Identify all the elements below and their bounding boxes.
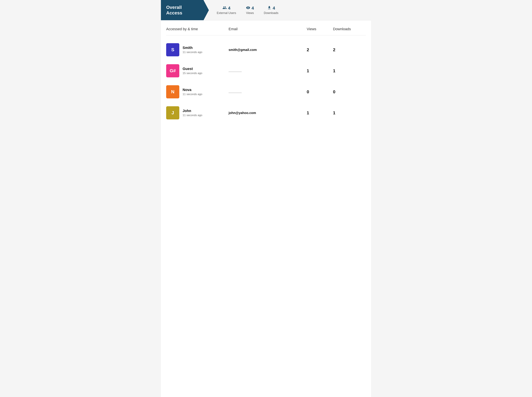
views-label: Views [246,11,254,15]
stat-downloads: 4 Downloads [264,6,278,15]
user-name-nova: Nova [183,88,202,92]
email-empty-guest [229,72,242,72]
table-section: Accessed by & time Email Views Downloads… [161,20,371,130]
stat-views: 4 Views [246,6,254,15]
user-info-guest: Guest 15 seconds ago [183,67,202,75]
download-icon [267,6,271,11]
table-divider [166,35,366,35]
header: Overall Access 4 External Users [161,0,371,20]
avatar-nova: N [166,85,179,98]
table-row: J John 11 seconds ago john@yahoo.com 1 1 [166,102,366,123]
user-time-nova: 11 seconds ago [183,93,202,96]
email-guest [229,69,307,73]
avatar-john: J [166,106,179,119]
downloads-smith: 2 [333,47,366,52]
downloads-count: 4 [273,6,275,11]
eye-icon [246,6,250,11]
user-name-smith: Smith [183,46,202,50]
user-cell-john: J John 11 seconds ago [166,106,229,119]
email-empty-nova [229,93,242,93]
user-time-smith: 11 seconds ago [183,51,202,54]
views-john: 1 [307,110,333,115]
user-name-guest: Guest [183,67,202,71]
table-row: S Smith 11 seconds ago smith@gmail.com 2… [166,39,366,60]
table-row: N Nova 11 seconds ago 0 0 [166,81,366,102]
col-header-views: Views [307,27,333,31]
downloads-guest: 1 [333,68,366,74]
avatar-smith: S [166,43,179,56]
title-text: Overall Access [166,5,182,16]
user-info-john: John 11 seconds ago [183,109,202,117]
col-header-email: Email [229,27,307,31]
user-info-smith: Smith 11 seconds ago [183,46,202,54]
table-header: Accessed by & time Email Views Downloads [166,27,366,34]
header-stats: 4 External Users 4 Views [204,0,371,20]
stat-external-users: 4 External Users [217,6,236,15]
views-nova: 0 [307,89,333,94]
user-info-nova: Nova 11 seconds ago [183,88,202,96]
views-count: 4 [251,6,254,11]
table-row: G# Guest 15 seconds ago 1 1 [166,60,366,81]
external-users-label: External Users [217,11,236,15]
downloads-john: 1 [333,110,366,115]
downloads-nova: 0 [333,89,366,94]
user-cell-guest: G# Guest 15 seconds ago [166,64,229,77]
user-time-john: 11 seconds ago [183,114,202,117]
page-container: Overall Access 4 External Users [161,0,371,397]
user-name-john: John [183,109,202,113]
overall-access-title: Overall Access [161,0,204,20]
downloads-label: Downloads [264,11,278,15]
user-cell-smith: S Smith 11 seconds ago [166,43,229,56]
email-john: john@yahoo.com [229,111,307,115]
views-smith: 2 [307,47,333,52]
views-guest: 1 [307,68,333,74]
avatar-guest: G# [166,64,179,77]
col-header-downloads: Downloads [333,27,366,31]
email-nova [229,90,307,94]
external-users-count: 4 [228,6,230,11]
user-cell-nova: N Nova 11 seconds ago [166,85,229,98]
users-icon [222,6,227,11]
user-time-guest: 15 seconds ago [183,72,202,75]
col-header-accessed: Accessed by & time [166,27,229,31]
email-smith: smith@gmail.com [229,48,307,52]
